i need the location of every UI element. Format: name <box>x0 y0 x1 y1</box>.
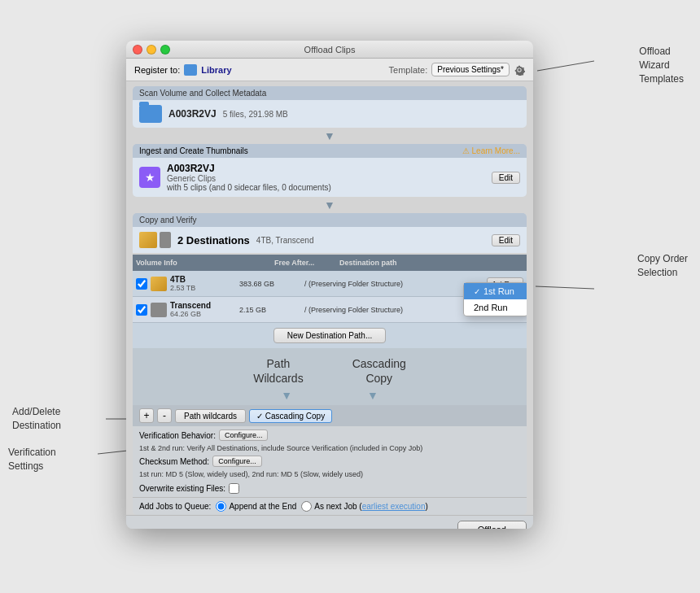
verification-behavior-label: Verification Behavior: <box>139 431 216 440</box>
scan-header: Scan Volume and Collect Metadata <box>133 86 527 100</box>
tablet-icon <box>160 232 171 248</box>
template-right: Template: Previous Settings* <box>389 63 525 76</box>
register-bar: Register to: Library Template: Previous … <box>126 59 533 81</box>
annotation-offload-text: OffloadWizardTemplates <box>639 46 684 85</box>
learn-more[interactable]: ⚠ Learn More... <box>462 146 520 155</box>
offload-button[interactable]: Offload <box>457 521 527 529</box>
dropdown-item-2nd[interactable]: 2nd Run <box>464 299 527 316</box>
new-dest-button[interactable]: New Destination Path... <box>273 328 387 343</box>
path-labels-area: PathWildcards CascadingCopy <box>133 348 527 389</box>
th-path: Destination path <box>339 259 523 267</box>
annotation-add-delete: Add/DeleteDestination <box>12 405 61 433</box>
row2-free: 2.15 GB <box>239 306 304 314</box>
ingest-clips-desc: with 5 clips (and 0 sidecar files, 0 doc… <box>167 183 485 192</box>
window-title: Offload Clips <box>304 45 356 55</box>
annotation-verification: VerificationSettings <box>8 446 56 473</box>
checksum-label: Checksum Method: <box>139 457 209 466</box>
delete-destination-button[interactable]: - <box>157 408 172 423</box>
ingest-header-label: Ingest and Create Thumbnails <box>139 146 248 155</box>
configure-behavior-button[interactable]: Configure... <box>219 429 269 441</box>
ingest-header: Ingest and Create Thumbnails ⚠ Learn Mor… <box>133 144 527 158</box>
annotation-add-delete-text: Add/DeleteDestination <box>12 406 61 431</box>
th-free: Free After... <box>274 259 339 267</box>
row2-name: Transcend <box>170 301 239 310</box>
queue-label: Add Jobs to Queue: <box>139 502 211 511</box>
scan-content: A003R2VJ 5 files, 291.98 MB <box>133 100 527 128</box>
verification-desc1: 1st & 2nd run: Verify All Destinations, … <box>139 443 520 456</box>
copy-header: Copy and Verify <box>133 213 527 227</box>
queue-radio1[interactable] <box>216 501 226 512</box>
window-controls <box>133 45 170 55</box>
gear-icon[interactable] <box>514 64 525 76</box>
template-dropdown[interactable]: Previous Settings* <box>431 63 510 76</box>
star-icon: ★ <box>139 167 160 188</box>
copy-edit-button[interactable]: Edit <box>492 234 520 246</box>
library-icon <box>184 64 197 76</box>
row2-icon <box>151 303 167 317</box>
arrow-down-1: ▼ <box>126 128 533 144</box>
dropdown-item-1st[interactable]: 1st Run <box>464 283 527 299</box>
overwrite-checkbox[interactable] <box>229 483 239 494</box>
queue-option1[interactable]: Append at the End <box>216 501 296 512</box>
verification-behavior-row: Verification Behavior: Configure... <box>139 429 520 441</box>
cascading-copy-text: CascadingCopy <box>352 356 406 386</box>
annotation-copy-order-text: Copy OrderSelection <box>637 253 688 278</box>
path-wildcards-text: PathWildcards <box>253 356 303 386</box>
svg-line-0 <box>537 61 594 71</box>
path-wildcards-button[interactable]: Path wildcards <box>175 409 246 423</box>
maximize-button[interactable] <box>160 45 170 55</box>
checksum-row: Checksum Method: Configure... <box>139 456 520 467</box>
row1-icon <box>151 277 167 291</box>
titlebar: Offload Clips <box>126 41 533 59</box>
cascading-copy-label: CascadingCopy <box>352 356 406 386</box>
ingest-edit-button[interactable]: Edit <box>492 172 520 184</box>
register-label: Register to: <box>134 65 180 75</box>
annotation-verification-text: VerificationSettings <box>8 447 56 472</box>
ingest-section: Ingest and Create Thumbnails ⚠ Learn Mor… <box>133 144 527 197</box>
add-destination-button[interactable]: + <box>139 408 154 423</box>
run-dropdown: 1st Run 2nd Run <box>463 282 527 316</box>
folder-icon <box>139 105 162 123</box>
scan-volume-info: 5 files, 291.98 MB <box>223 110 288 119</box>
row1-checkbox[interactable] <box>136 278 147 290</box>
queue-radio2[interactable] <box>301 501 312 512</box>
arrow-down-2: ▼ <box>126 197 533 213</box>
row1-free: 383.68 GB <box>239 280 304 288</box>
hdd-icon <box>139 232 157 248</box>
queue-option1-label: Append at the End <box>229 502 296 511</box>
copy-section: Copy and Verify 2 Destinations 4TB, Tran… <box>133 213 527 515</box>
th-volume: Volume Info <box>136 259 274 267</box>
close-button[interactable] <box>133 45 142 55</box>
copy-header-label: Copy and Verify <box>139 216 197 225</box>
scan-volume-row: A003R2VJ 5 files, 291.98 MB <box>139 105 520 123</box>
ingest-text: A003R2VJ Generic Clips with 5 clips (and… <box>167 163 485 192</box>
ingest-content: ★ A003R2VJ Generic Clips with 5 clips (a… <box>133 158 527 197</box>
queue-link: earliest execution <box>362 502 426 511</box>
row2-checkbox[interactable] <box>136 304 147 316</box>
row1-path: / (Preserving Folder Structure) <box>304 280 487 288</box>
table-row: 4TB 2.53 TB 383.68 GB / (Preserving Fold… <box>133 271 527 297</box>
row2-path: / (Preserving Folder Structure) <box>304 306 484 314</box>
path-arrow-2: ▼ <box>367 389 378 402</box>
new-destination-row: New Destination Path... <box>133 323 527 348</box>
row1-name: 4TB <box>170 275 239 284</box>
template-value: Previous Settings* <box>437 65 504 74</box>
scan-volume-name: A003R2VJ <box>168 108 217 120</box>
overwrite-label: Overwrite existing Files: <box>139 484 225 493</box>
minimize-button[interactable] <box>147 45 156 55</box>
copy-content: 2 Destinations 4TB, Transcend Edit <box>133 227 527 253</box>
warning-icon: ⚠ <box>462 146 470 155</box>
configure-checksum-button[interactable]: Configure... <box>212 456 262 467</box>
table-header: Volume Info Free After... Destination pa… <box>133 255 527 271</box>
queue-option2-label: As next Job (earliest execution) <box>314 502 428 511</box>
row2-vol-name: Transcend 64.26 GB <box>170 301 239 318</box>
path-arrow-1: ▼ <box>281 389 292 402</box>
checksum-desc: 1st run: MD 5 (Slow, widely used), 2nd r… <box>139 469 520 482</box>
queue-option2[interactable]: As next Job (earliest execution) <box>301 501 428 512</box>
row1-vol-name: 4TB 2.53 TB <box>170 275 239 292</box>
learn-more-label: Learn More... <box>472 146 520 155</box>
cascading-copy-button[interactable]: ✓ Cascading Copy <box>249 409 332 423</box>
overwrite-row: Overwrite existing Files: <box>139 483 520 494</box>
checksum-desc-text: 1st run: MD 5 (Slow, widely used), 2nd r… <box>139 470 363 478</box>
footer: Offload <box>126 515 533 529</box>
